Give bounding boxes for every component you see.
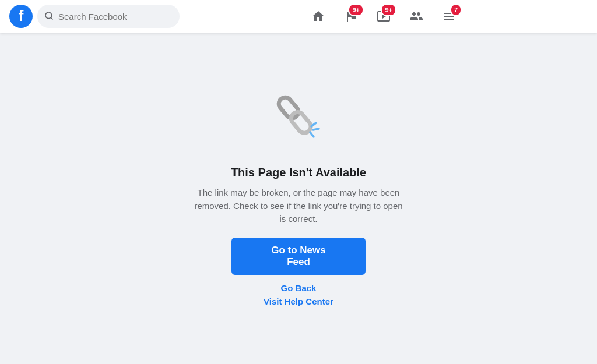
svg-rect-2	[276, 95, 301, 121]
svg-line-6	[310, 132, 314, 137]
broken-link-icon	[264, 90, 333, 154]
nav-center: 9+ 9+ 7	[180, 2, 588, 30]
error-card: This Page Isn't Available The link may b…	[182, 79, 415, 318]
menu-badge: 7	[450, 3, 462, 16]
nav-menu-button[interactable]: 7	[435, 2, 463, 30]
go-back-link[interactable]: Go Back	[281, 283, 317, 293]
go-to-news-feed-button[interactable]: Go to News Feed	[231, 238, 366, 275]
error-title: This Page Isn't Available	[231, 166, 366, 179]
nav-watch-button[interactable]: 9+	[370, 2, 398, 30]
watch-badge: 9+	[381, 3, 396, 16]
svg-line-5	[313, 129, 319, 130]
nav-home-button[interactable]	[304, 2, 332, 30]
search-bar[interactable]	[37, 5, 180, 28]
facebook-logo[interactable]: f	[9, 5, 33, 28]
facebook-logo-letter: f	[19, 8, 24, 23]
main-content: This Page Isn't Available The link may b…	[0, 33, 597, 364]
svg-line-1	[51, 17, 52, 19]
search-input[interactable]	[58, 12, 173, 22]
nav-friends-button[interactable]	[402, 2, 430, 30]
nav-pages-button[interactable]: 9+	[337, 2, 365, 30]
pages-badge: 9+	[348, 3, 364, 16]
error-description: The link may be broken, or the page may …	[194, 186, 403, 226]
search-icon	[44, 11, 54, 22]
visit-help-center-link[interactable]: Visit Help Center	[264, 296, 333, 306]
header: f 9+ 9+ 7	[0, 0, 597, 33]
